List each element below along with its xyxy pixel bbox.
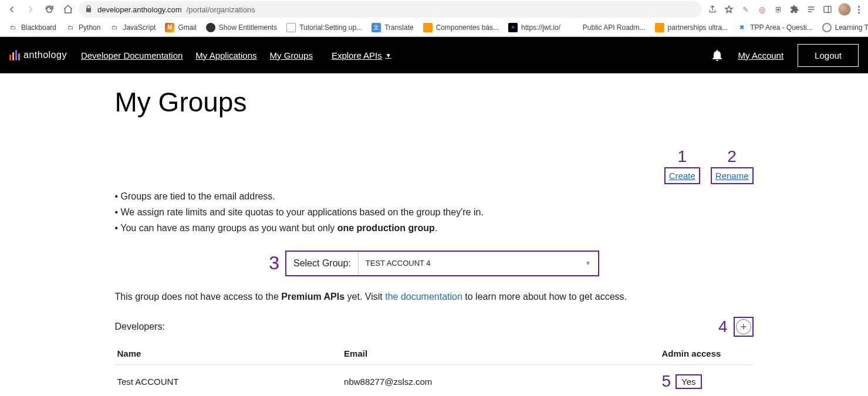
bullet-3: • You can have as many groups as you wan…	[115, 220, 754, 236]
share-icon[interactable]	[707, 4, 718, 15]
bookmark-label: Tutorial:Setting up...	[299, 23, 362, 32]
site-icon	[286, 23, 296, 32]
bookmark-label: Componentes bás...	[436, 23, 499, 32]
site-icon	[423, 23, 433, 32]
select-group-dropdown[interactable]: TEST ACCOUNT 4 ▼	[359, 252, 598, 275]
developers-table: Name Email Admin access Test ACCOUNT nbw…	[115, 343, 754, 396]
logout-button[interactable]: Logout	[798, 44, 859, 67]
cell-email: nbw88277@zslsz.com	[342, 365, 659, 396]
annotation-5: 5	[662, 372, 671, 391]
address-bar[interactable]: developer.anthology.com/portal/organizat…	[79, 1, 702, 18]
actions-row: 1 Create 2 Rename	[115, 147, 754, 188]
bookmark-item[interactable]: 🗀JavaScript	[106, 21, 159, 35]
admin-access-value[interactable]: Yes	[676, 374, 701, 389]
brand-bars-icon	[9, 50, 20, 60]
bullet-2: • We assign rate limits and site quotas …	[115, 204, 754, 220]
bullet-1: • Groups are tied to the email address.	[115, 188, 754, 204]
nav-my-applications[interactable]: My Applications	[195, 50, 256, 60]
url-domain: developer.anthology.com	[97, 5, 182, 14]
bookmark-item[interactable]: Componentes bás...	[420, 21, 502, 35]
bookmark-item[interactable]: 文Translate	[368, 21, 417, 35]
bookmark-item[interactable]: partnerships ultra...	[651, 21, 732, 35]
site-icon	[655, 23, 664, 32]
star-icon[interactable]	[723, 4, 735, 15]
table-row: Test ACCOUNT nbw88277@zslsz.com 5 Yes	[115, 365, 754, 396]
bookmark-label: Gmail	[178, 23, 196, 32]
nav-my-groups[interactable]: My Groups	[270, 50, 313, 60]
annotation-1: 1	[677, 147, 687, 166]
page-title: My Groups	[115, 86, 754, 118]
back-button[interactable]	[4, 1, 20, 18]
chrome-menu-icon[interactable]	[856, 4, 862, 16]
nav-developer-docs[interactable]: Developer Documentation	[81, 50, 183, 60]
toolbar-right-icons: ✎ ◎ ⛨	[704, 3, 864, 16]
folder-icon: 🗀	[8, 23, 18, 32]
reload-button[interactable]	[41, 1, 58, 18]
site-icon	[822, 23, 832, 32]
bookmark-item[interactable]: ✖TPP Area - Questi...	[734, 21, 816, 35]
add-developer-highlight	[734, 317, 754, 337]
bookmark-label: partnerships ultra...	[668, 23, 728, 32]
col-admin: Admin access	[660, 343, 754, 365]
documentation-link[interactable]: the documentation	[385, 292, 462, 302]
profile-avatar[interactable]	[838, 3, 851, 16]
bookmark-label: Python	[79, 23, 100, 32]
bullets: • Groups are tied to the email address. …	[115, 188, 754, 236]
site-icon	[206, 23, 215, 32]
bookmark-label: JavaScript	[123, 23, 156, 32]
add-developer-button[interactable]	[736, 319, 751, 334]
select-group-row: 3 Select Group: TEST ACCOUNT 4 ▼	[115, 251, 754, 276]
col-email: Email	[342, 343, 659, 365]
browser-chrome: developer.anthology.com/portal/organizat…	[0, 0, 868, 37]
folder-icon: 🗀	[110, 23, 119, 32]
bookmark-item[interactable]: 🗀Blackboard	[5, 21, 60, 35]
ext-icon-1[interactable]: ✎	[739, 4, 751, 15]
bookmark-label: https://jwt.io/	[521, 23, 560, 32]
bookmark-item[interactable]: Show Entitlements	[202, 21, 281, 35]
cell-name: Test ACCOUNT	[115, 365, 342, 396]
select-group-label: Select Group:	[286, 252, 359, 275]
panel-icon[interactable]	[822, 4, 833, 15]
ext-icon-3[interactable]: ⛨	[772, 4, 784, 15]
developers-row: Developers: 4	[115, 317, 754, 337]
bookmark-item[interactable]: Learning Tools Int...	[819, 21, 868, 35]
brand-logo[interactable]: anthology	[9, 50, 67, 60]
bookmark-label: Show Entitlements	[219, 23, 277, 32]
select-group-highlight: Select Group: TEST ACCOUNT 4 ▼	[285, 251, 599, 276]
bookmarks-bar: 🗀Blackboard 🗀Python 🗀JavaScript MGmail S…	[0, 19, 868, 36]
nav-links: Developer Documentation My Applications …	[81, 50, 313, 60]
annotation-4: 4	[718, 317, 728, 336]
select-group-value: TEST ACCOUNT 4	[366, 259, 431, 268]
gmail-icon: M	[165, 23, 174, 32]
app-nav: anthology Developer Documentation My App…	[0, 37, 868, 73]
bookmark-item[interactable]: MGmail	[161, 21, 200, 35]
bookmark-item[interactable]: Tutorial:Setting up...	[283, 21, 366, 35]
create-link[interactable]: Create	[666, 168, 699, 183]
forward-button[interactable]	[22, 1, 39, 18]
browser-toolbar: developer.anthology.com/portal/organizat…	[0, 0, 868, 19]
col-name: Name	[115, 343, 342, 365]
bookmark-item[interactable]: ✴https://jwt.io/	[505, 21, 564, 35]
site-icon: ✖	[737, 23, 747, 32]
home-button[interactable]	[60, 1, 76, 18]
rename-link[interactable]: Rename	[712, 168, 752, 183]
caret-down-icon: ▼	[585, 260, 591, 266]
svg-rect-0	[824, 6, 831, 13]
brand-text: anthology	[23, 50, 67, 60]
cell-admin: 5 Yes	[660, 365, 754, 396]
nav-explore-label: Explore APIs	[332, 50, 382, 60]
notifications-icon[interactable]	[710, 48, 724, 62]
annotation-3: 3	[269, 252, 279, 274]
bookmark-label: TPP Area - Questi...	[750, 23, 813, 32]
nav-explore-apis[interactable]: Explore APIs ▼	[332, 50, 391, 60]
ext-icon-2[interactable]: ◎	[756, 4, 768, 15]
ms-icon	[570, 23, 579, 32]
nav-my-account[interactable]: My Account	[738, 50, 784, 60]
folder-icon: 🗀	[66, 23, 75, 32]
bookmark-item[interactable]: Public API Roadm...	[566, 21, 649, 35]
extensions-icon[interactable]	[789, 4, 801, 15]
reading-list-icon[interactable]	[805, 4, 817, 15]
bookmark-item[interactable]: 🗀Python	[62, 21, 104, 35]
translate-icon: 文	[371, 23, 381, 32]
caret-down-icon: ▼	[386, 52, 391, 59]
